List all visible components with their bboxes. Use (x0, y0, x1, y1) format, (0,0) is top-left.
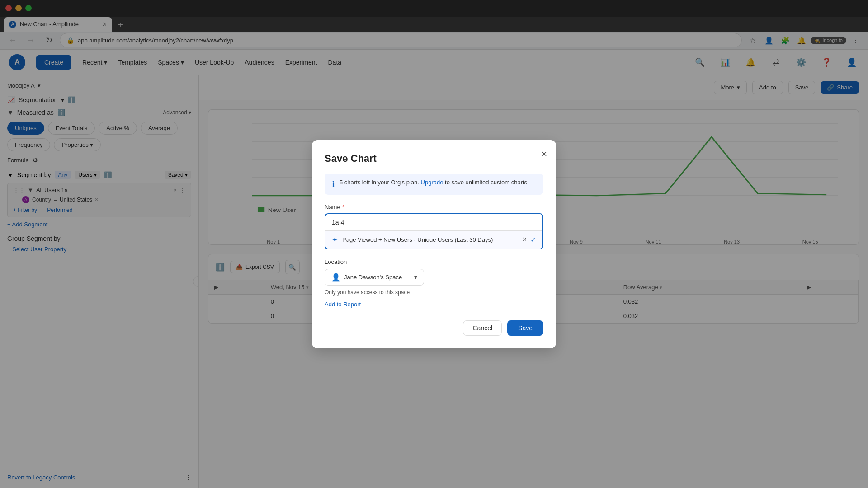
modal-title: Save Chart (325, 153, 543, 164)
suggestion-actions: × ✓ (523, 235, 536, 244)
person-icon: 👤 (331, 273, 340, 282)
save-chart-modal: Save Chart × ℹ 5 charts left in your Org… (312, 140, 556, 348)
space-selector[interactable]: 👤 Jane Dawson's Space ▾ (325, 269, 424, 286)
modal-footer: Cancel Save (325, 320, 543, 336)
location-label: Location (325, 258, 543, 265)
access-note: Only you have access to this space (325, 289, 543, 296)
suggestion-confirm-button[interactable]: ✓ (530, 235, 536, 244)
add-to-report-link[interactable]: Add to Report (325, 301, 543, 308)
chevron-down-icon: ▾ (414, 273, 417, 281)
suggestion-item[interactable]: ✦ Page Viewed + New Users - Unique Users… (326, 230, 542, 249)
sparkle-icon: ✦ (332, 235, 338, 244)
name-input[interactable] (326, 214, 542, 230)
upgrade-link[interactable]: Upgrade (421, 179, 443, 186)
suggestion-dismiss-button[interactable]: × (523, 235, 527, 244)
name-label: Name * (325, 204, 543, 211)
space-name: Jane Dawson's Space (344, 274, 402, 281)
location-section: Location 👤 Jane Dawson's Space ▾ Only yo… (325, 258, 543, 308)
info-circle-icon: ℹ (332, 179, 335, 189)
info-text: 5 charts left in your Org's plan. Upgrad… (340, 179, 529, 186)
cancel-button[interactable]: Cancel (463, 320, 502, 336)
suggestion-text: Page Viewed + New Users - Unique Users (… (342, 236, 518, 243)
modal-overlay[interactable]: Save Chart × ℹ 5 charts left in your Org… (0, 0, 868, 488)
info-banner: ℹ 5 charts left in your Org's plan. Upgr… (325, 174, 543, 195)
name-input-wrapper: ✦ Page Viewed + New Users - Unique Users… (325, 213, 543, 249)
save-modal-button[interactable]: Save (507, 320, 543, 336)
required-star: * (342, 204, 344, 211)
modal-close-button[interactable]: × (541, 149, 547, 159)
